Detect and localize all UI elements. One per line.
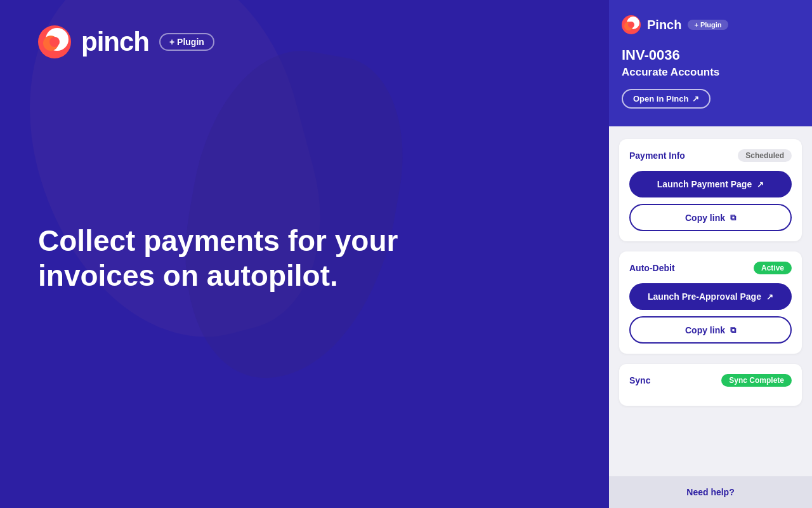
sync-header: Sync Sync Complete bbox=[629, 374, 792, 387]
right-footer: Need help? bbox=[609, 476, 812, 508]
launch-pre-approval-label: Launch Pre-Approval Page bbox=[648, 291, 761, 302]
external-link-icon bbox=[692, 94, 699, 104]
payment-info-status-badge: Scheduled bbox=[738, 149, 792, 162]
invoice-company: Accurate Accounts bbox=[622, 66, 799, 79]
copy-icon-payment bbox=[730, 212, 736, 223]
launch-payment-page-button[interactable]: Launch Payment Page bbox=[629, 171, 792, 197]
sync-section: Sync Sync Complete bbox=[619, 364, 802, 406]
hero-text: Collect payments for your invoices on au… bbox=[38, 224, 419, 293]
copy-link-autodebit-label: Copy link bbox=[685, 325, 725, 335]
external-link-icon-autodebit bbox=[766, 291, 773, 302]
invoice-id: INV-0036 bbox=[622, 47, 799, 64]
external-link-icon-payment bbox=[757, 179, 764, 189]
payment-info-title: Payment Info bbox=[629, 150, 685, 161]
pinch-header-row: Pinch + Plugin bbox=[622, 15, 799, 34]
copy-link-autodebit-button[interactable]: Copy link bbox=[629, 316, 792, 344]
right-panel: Pinch + Plugin INV-0036 Accurate Account… bbox=[609, 0, 812, 508]
right-header: Pinch + Plugin INV-0036 Accurate Account… bbox=[609, 0, 812, 126]
payment-info-section: Payment Info Scheduled Launch Payment Pa… bbox=[619, 139, 802, 241]
right-body: Payment Info Scheduled Launch Payment Pa… bbox=[609, 126, 812, 476]
copy-link-payment-label: Copy link bbox=[685, 213, 725, 223]
payment-info-header: Payment Info Scheduled bbox=[629, 149, 792, 162]
auto-debit-section: Auto-Debit Active Launch Pre-Approval Pa… bbox=[619, 251, 802, 354]
pinch-logo-icon bbox=[38, 25, 71, 58]
copy-icon-autodebit bbox=[730, 324, 736, 335]
plugin-badge-right: + Plugin bbox=[688, 20, 728, 30]
launch-payment-page-label: Launch Payment Page bbox=[657, 179, 752, 189]
logo-text: pinch bbox=[81, 27, 149, 57]
svg-point-7 bbox=[628, 22, 634, 28]
auto-debit-header: Auto-Debit Active bbox=[629, 262, 792, 274]
open-in-pinch-button[interactable]: Open in Pinch bbox=[622, 89, 710, 109]
copy-link-payment-button[interactable]: Copy link bbox=[629, 204, 792, 231]
open-in-pinch-label: Open in Pinch bbox=[633, 94, 688, 104]
logo-row: pinch + Plugin bbox=[38, 25, 571, 58]
auto-debit-status-badge: Active bbox=[754, 262, 792, 274]
auto-debit-title: Auto-Debit bbox=[629, 263, 675, 273]
sync-status-badge: Sync Complete bbox=[721, 374, 792, 387]
pinch-logo-icon-small bbox=[622, 15, 641, 34]
pinch-header-title: Pinch bbox=[647, 18, 681, 32]
plugin-badge-left: + Plugin bbox=[159, 33, 214, 51]
need-help-link[interactable]: Need help? bbox=[686, 487, 734, 497]
left-panel: pinch + Plugin Collect payments for your… bbox=[0, 0, 609, 508]
sync-title: Sync bbox=[629, 375, 650, 385]
launch-pre-approval-button[interactable]: Launch Pre-Approval Page bbox=[629, 283, 792, 310]
svg-point-3 bbox=[49, 37, 60, 47]
